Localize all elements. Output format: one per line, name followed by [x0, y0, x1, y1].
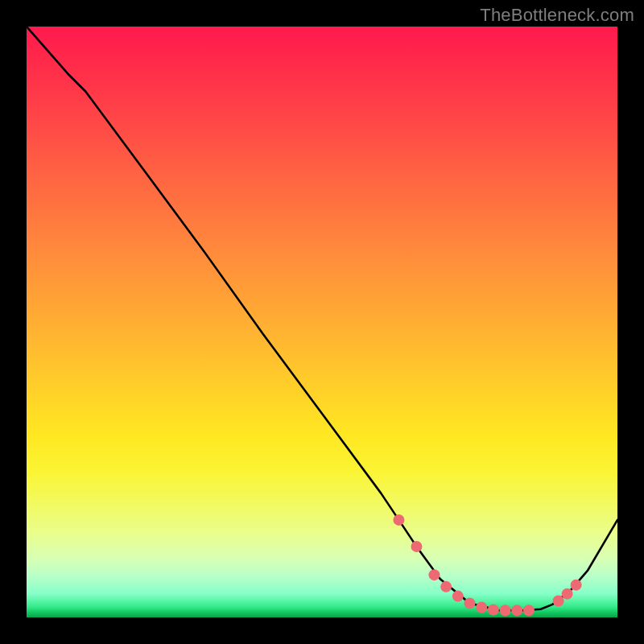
- marker-dot: [476, 602, 487, 613]
- marker-dot: [562, 588, 573, 600]
- marker-dot: [464, 597, 476, 609]
- marker-dot: [428, 569, 440, 580]
- marker-dot: [571, 580, 582, 591]
- marker-dot: [500, 605, 511, 616]
- marker-dot: [553, 595, 564, 606]
- plot-area: [27, 27, 617, 617]
- chart-svg: [27, 27, 617, 617]
- marker-dot: [440, 581, 452, 592]
- marker-dot: [488, 604, 499, 615]
- marker-layer: [393, 514, 581, 616]
- marker-dot: [393, 514, 404, 526]
- main-curve: [27, 27, 617, 610]
- marker-dot: [511, 605, 522, 616]
- chart-frame: TheBottleneck.com: [0, 0, 644, 644]
- marker-dot: [523, 605, 535, 616]
- marker-dot: [452, 591, 464, 602]
- curve-layer: [27, 27, 617, 610]
- watermark-text: TheBottleneck.com: [480, 5, 634, 26]
- marker-dot: [411, 541, 422, 552]
